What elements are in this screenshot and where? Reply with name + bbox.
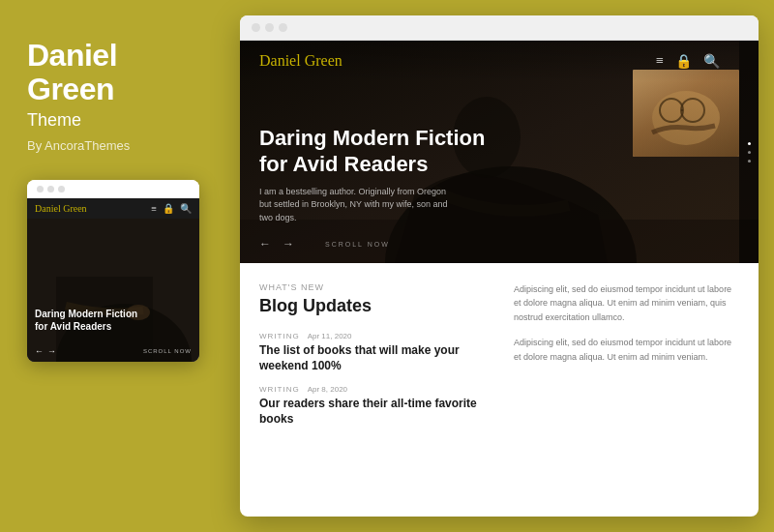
brand-line1: Daniel: [27, 38, 117, 73]
article-date-2: Apr 8, 2020: [308, 385, 347, 394]
hero-sidebar-strip: [739, 41, 759, 263]
hero-next-arrow[interactable]: →: [283, 237, 294, 251]
mobile-titlebar: [27, 180, 199, 198]
mobile-dot-3: [58, 186, 65, 192]
right-para-2: Adipiscing elit, sed do eiusmod tempor i…: [514, 336, 739, 364]
mobile-lock-icon: 🔒: [163, 203, 174, 214]
desktop-menu-icon[interactable]: ≡: [656, 53, 664, 69]
article-meta-1: WRITING Apr 11, 2020: [259, 332, 485, 340]
hero-scroll-label: SCROLL NOW: [325, 241, 390, 248]
article-item-1: WRITING Apr 11, 2020 The list of books t…: [259, 332, 485, 373]
brand-subtitle: Theme: [27, 110, 205, 131]
mobile-hero: Daring Modern Fiction for Avid Readers ←…: [27, 219, 199, 362]
strip-dot-1: [748, 142, 751, 145]
hero-image-overlay: [633, 70, 739, 157]
browser-dot-2: [265, 23, 274, 32]
brand-line2: Green: [27, 72, 114, 106]
hero-content: Daring Modern Fiction for Avid Readers I…: [259, 125, 485, 225]
article-category-1: WRITING: [259, 332, 300, 340]
content-left: WHAT'S NEW Blog Updates WRITING Apr 11, …: [259, 282, 485, 438]
article-title-1[interactable]: The list of books that will make your we…: [259, 343, 485, 373]
hero-description: I am a bestselling author. Originally fr…: [259, 186, 453, 225]
mobile-dot-2: [47, 186, 54, 192]
hero-right-image: [633, 70, 739, 157]
desktop-logo: Daniel Green: [259, 52, 342, 70]
desktop-nav-icons: ≡ 🔒 🔍: [656, 53, 720, 70]
mobile-next-arrow[interactable]: →: [47, 346, 56, 356]
brand-name: Daniel Green Theme By AncoraThemes: [27, 39, 205, 153]
mobile-hero-bottom: ← → SCROLL NOW: [35, 346, 192, 356]
desktop-search-icon[interactable]: 🔍: [703, 53, 720, 70]
article-category-2: WRITING: [259, 385, 300, 394]
hero-bottom-bar: ← → SCROLL NOW: [259, 237, 739, 251]
article-title-2[interactable]: Our readers share their all-time favorit…: [259, 397, 485, 427]
desktop-nav: Daniel Green ≡ 🔒 🔍: [240, 41, 739, 81]
mobile-nav-icons: ≡ 🔒 🔍: [151, 203, 192, 214]
browser-chrome: [240, 15, 759, 41]
mobile-dot-1: [37, 186, 44, 192]
mobile-arrows: ← →: [35, 346, 56, 356]
strip-dot-3: [748, 160, 751, 163]
article-meta-2: WRITING Apr 8, 2020: [259, 385, 485, 394]
right-para-1: Adipiscing elit, sed do eiusmod tempor i…: [514, 282, 739, 324]
content-section: WHAT'S NEW Blog Updates WRITING Apr 11, …: [240, 263, 759, 438]
mobile-nav: Daniel Green ≡ 🔒 🔍: [27, 198, 199, 219]
mobile-logo: Daniel Green: [35, 203, 87, 214]
desktop-lock-icon[interactable]: 🔒: [675, 53, 692, 70]
strip-dot-2: [748, 151, 751, 154]
mobile-mockup: Daniel Green ≡ 🔒 🔍 Darin: [27, 180, 199, 362]
article-date-1: Apr 11, 2020: [308, 332, 352, 340]
content-right: Adipiscing elit, sed do eiusmod tempor i…: [514, 282, 739, 438]
hero-main-title: Daring Modern Fiction for Avid Readers: [259, 125, 485, 178]
mobile-hero-bg-svg: [27, 219, 199, 362]
mobile-menu-icon: ≡: [151, 203, 157, 214]
mobile-search-icon: 🔍: [180, 203, 192, 214]
mobile-scroll-label: SCROLL NOW: [143, 348, 192, 354]
desktop-mockup: Daniel Green ≡ 🔒 🔍: [240, 15, 759, 517]
article-item-2: WRITING Apr 8, 2020 Our readers share th…: [259, 385, 485, 427]
desktop-hero: Daniel Green ≡ 🔒 🔍: [240, 41, 759, 263]
whats-new-label: WHAT'S NEW: [259, 282, 485, 292]
brand-by: By AncoraThemes: [27, 138, 205, 153]
browser-dot-1: [252, 23, 260, 32]
browser-dot-3: [279, 23, 287, 32]
hero-prev-arrow[interactable]: ←: [259, 237, 271, 251]
blog-title: Blog Updates: [259, 296, 485, 316]
left-panel: Daniel Green Theme By AncoraThemes Danie…: [0, 0, 232, 532]
mobile-prev-arrow[interactable]: ←: [35, 346, 44, 356]
mobile-hero-content: Daring Modern Fiction for Avid Readers: [35, 308, 192, 333]
mobile-hero-title: Daring Modern Fiction for Avid Readers: [35, 308, 192, 333]
